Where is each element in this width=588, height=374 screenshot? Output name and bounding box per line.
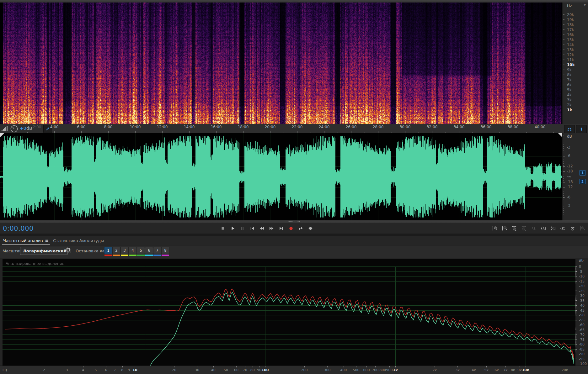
zoom-in-horizontal-button[interactable] [510, 224, 518, 232]
chart-hz-label: 8k [511, 368, 515, 372]
timeline-ruler[interactable]: +0 dB 2:00 4:006:008:0010:0012:0014:0016… [0, 124, 588, 134]
ruler-time-label: 26:00 [346, 125, 357, 129]
chart-db-label: -75 [579, 338, 585, 342]
fast-forward-button[interactable] [267, 224, 276, 232]
channel-1-badge[interactable]: 1 [579, 170, 586, 176]
zoom-selection-button[interactable] [559, 224, 567, 232]
chart-selection-label: Анализированное выделение [6, 261, 64, 266]
chart-hz-label: 3k [455, 368, 459, 372]
skip-end-button[interactable] [277, 224, 286, 232]
skip-start-icon [250, 226, 254, 231]
chart-hz-label: 4 [82, 368, 84, 372]
hold-button-4[interactable]: 4 [129, 247, 137, 254]
pause-button [238, 224, 247, 232]
tab-frequency-analysis[interactable]: Частотный анализ ≡ [1, 236, 51, 245]
hold-color-bar [104, 255, 112, 256]
hold-color-bar [153, 255, 161, 256]
grip-handle-icon: ··········· [288, 1, 300, 2]
ruler-time-label: 6:00 [77, 125, 86, 129]
copy-frame-icon[interactable] [66, 248, 72, 255]
zoom-out-horizontal-button [520, 224, 528, 232]
hold-slot-2: 2 [113, 247, 120, 256]
ruler-time-label: 18:00 [238, 125, 249, 129]
hold-button-5[interactable]: 5 [137, 247, 145, 254]
chart-hz-label: 7k [503, 368, 507, 372]
zoom-amplitude-button [578, 224, 586, 232]
tab-label: Частотный анализ [3, 238, 43, 243]
refresh-timer-button[interactable] [568, 224, 577, 232]
chart-hz-label: 6k [494, 368, 499, 372]
chart-hz-label: 50 [224, 368, 228, 372]
zoom-in-point-button[interactable] [539, 224, 548, 232]
selection-corner-right-icon[interactable] [558, 133, 562, 137]
amplitude-axis-label: -18 [567, 169, 573, 173]
scale-select-value: Логарифмический [23, 249, 67, 253]
hold-button-1[interactable]: 1 [104, 247, 112, 254]
chart-db-label: -55 [579, 318, 585, 322]
chart-hz-label: 500 [353, 368, 360, 372]
zoom-in-vertical-button[interactable] [490, 224, 499, 232]
frequency-axis-label: 5k [567, 88, 572, 92]
hold-color-bar [137, 255, 145, 256]
rewind-icon [259, 226, 264, 231]
adjust-in-out-button[interactable] [306, 224, 315, 232]
analysis-controls: Масштаб: Логарифмический Остановка кадра… [0, 245, 588, 258]
panel-splitter-middle[interactable]: ··········· [0, 220, 588, 223]
ruler-time-label: 4:00 [50, 125, 59, 129]
chart-db-label: -20 [579, 284, 585, 288]
frequency-axis-label: 10k [567, 63, 575, 67]
skip-start-button[interactable] [248, 224, 256, 232]
waveform-display[interactable] [0, 133, 562, 220]
play-button[interactable] [228, 224, 237, 232]
frequency-axis-label: 12k [567, 53, 574, 57]
ruler-time-label: 24:00 [319, 125, 330, 129]
selection-corner-left-icon[interactable] [0, 133, 4, 137]
stop-button[interactable] [219, 224, 227, 232]
spectrogram-display[interactable] [0, 3, 562, 124]
chart-hz-label: 40 [211, 368, 216, 372]
time-display[interactable]: 0:00.000 [3, 225, 34, 232]
panel-splitter-top[interactable]: ··········· [0, 0, 588, 3]
chart-hz-label: 300 [324, 368, 331, 372]
frequency-analysis-chart[interactable] [3, 259, 575, 366]
chart-db-label: -45 [579, 308, 585, 313]
panel-menu-icon[interactable]: ≡ [45, 238, 49, 243]
zoom-in-horizontal-icon [512, 226, 516, 231]
record-button[interactable] [287, 224, 295, 232]
brush-tool-button[interactable] [576, 125, 587, 133]
scroll-arrow-icon[interactable]: ▼ [584, 4, 586, 7]
ruler-time-label: 36:00 [481, 125, 492, 129]
chart-db-label: -30 [579, 294, 585, 298]
chart-hz-label: 600 [363, 368, 370, 372]
hold-button-7[interactable]: 7 [153, 247, 161, 254]
solo-monitor-button[interactable] [564, 125, 575, 133]
chart-hz-label: 10k [522, 368, 529, 372]
hold-color-bar [113, 255, 120, 256]
frequency-axis-label: 6k [567, 83, 572, 87]
hold-button-3[interactable]: 3 [120, 247, 129, 254]
chart-db-label: -70 [579, 333, 585, 337]
chart-hz-label: 90 [257, 368, 261, 372]
zoom-in-vertical-icon [492, 226, 497, 231]
chart-db-label: -50 [579, 313, 585, 317]
hold-slot-4: 4 [129, 247, 136, 256]
scale-select[interactable]: Логарифмический [20, 247, 68, 255]
zoom-out-vertical-button[interactable] [500, 224, 509, 232]
rewind-button[interactable] [258, 224, 266, 232]
channel-2-badge[interactable]: 2 [579, 179, 586, 184]
tab-amplitude-statistics[interactable]: Статистика Амплитуды [51, 236, 106, 245]
chart-hz-label: 3 [66, 368, 68, 372]
ruler-ticks: 4:006:008:0010:0012:0014:0016:0018:0020:… [0, 124, 562, 134]
frequency-axis-label: 9k [567, 68, 572, 72]
chart-hz-label: 20 [172, 368, 176, 372]
amplitude-axis-label: -6 [567, 195, 570, 199]
chart-hz-label: 70 [243, 368, 247, 372]
chart-hz-axis: Гц 2345678910203040506070809010020030040… [0, 366, 588, 374]
hold-button-6[interactable]: 6 [145, 247, 153, 254]
loop-playback-button[interactable] [297, 224, 305, 232]
chart-hz-label: 60 [234, 368, 238, 372]
hold-button-8[interactable]: 8 [161, 247, 169, 254]
hold-button-2[interactable]: 2 [112, 247, 120, 254]
hold-slot-7: 7 [153, 247, 161, 256]
zoom-out-point-button[interactable] [549, 224, 557, 232]
